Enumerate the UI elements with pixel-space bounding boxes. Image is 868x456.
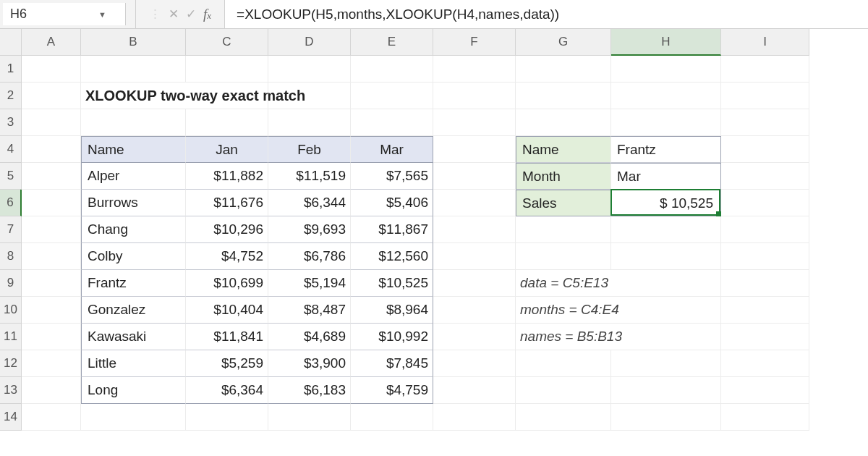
cell-I3[interactable] [721, 109, 809, 136]
cell-C3[interactable] [186, 109, 268, 136]
row-header-12[interactable]: 12 [0, 350, 22, 377]
cell-D3[interactable] [268, 109, 351, 136]
table-row-val[interactable]: $4,689 [268, 324, 351, 350]
cell-I8[interactable] [721, 243, 809, 270]
row-header-3[interactable]: 3 [0, 109, 22, 136]
table-row-name[interactable]: Long [81, 377, 186, 404]
table-row-val[interactable]: $6,183 [268, 377, 351, 404]
cell-F3[interactable] [433, 109, 516, 136]
cell-A7[interactable] [22, 216, 81, 243]
cell-F8[interactable] [433, 243, 516, 270]
table-row-name[interactable]: Chang [81, 216, 186, 243]
table-row-val[interactable]: $12,560 [351, 243, 433, 270]
table-row-val[interactable]: $10,296 [186, 216, 268, 243]
panel-month-value[interactable]: Mar [611, 163, 721, 190]
cell-A11[interactable] [22, 324, 81, 350]
cell-I6[interactable] [721, 190, 809, 216]
row-header-10[interactable]: 10 [0, 297, 22, 324]
row-header-9[interactable]: 9 [0, 270, 22, 297]
cell-I9[interactable] [721, 270, 809, 297]
row-header-1[interactable]: 1 [0, 56, 22, 83]
table-row-val[interactable]: $6,344 [268, 190, 351, 216]
cell-A13[interactable] [22, 377, 81, 404]
cell-D2[interactable] [268, 83, 351, 109]
table-row-val[interactable]: $7,845 [351, 350, 433, 377]
spreadsheet-grid[interactable]: ABCDEFGHI12XLOOKUP two-way exact match34… [0, 29, 868, 431]
chevron-down-icon[interactable]: ▼ [95, 10, 109, 19]
cell-F9[interactable] [433, 270, 516, 297]
col-header-A[interactable]: A [22, 29, 81, 56]
cell-F7[interactable] [433, 216, 516, 243]
table-row-val[interactable]: $4,759 [351, 377, 433, 404]
formula-input[interactable] [225, 0, 868, 28]
cell-H7[interactable] [611, 216, 721, 243]
cell-I11[interactable] [721, 324, 809, 350]
cell-I4[interactable] [721, 136, 809, 163]
enter-icon[interactable]: ✓ [186, 7, 196, 22]
select-all-corner[interactable] [0, 29, 22, 56]
fx-icon[interactable]: fx [203, 7, 211, 22]
row-header-4[interactable]: 4 [0, 136, 22, 163]
cell-F10[interactable] [433, 297, 516, 324]
col-header-B[interactable]: B [81, 29, 186, 56]
table-row-name[interactable]: Colby [81, 243, 186, 270]
cell-F5[interactable] [433, 163, 516, 190]
row-header-5[interactable]: 5 [0, 163, 22, 190]
cell-H9[interactable] [611, 270, 721, 297]
cell-A1[interactable] [22, 56, 81, 83]
col-header-E[interactable]: E [351, 29, 433, 56]
cell-I7[interactable] [721, 216, 809, 243]
col-header-D[interactable]: D [268, 29, 351, 56]
cell-E1[interactable] [351, 56, 433, 83]
cell-F1[interactable] [433, 56, 516, 83]
cell-G7[interactable] [516, 216, 611, 243]
cell-F4[interactable] [433, 136, 516, 163]
cell-A4[interactable] [22, 136, 81, 163]
table-row-val[interactable]: $11,867 [351, 216, 433, 243]
cell-F2[interactable] [433, 83, 516, 109]
cell-G14[interactable] [516, 404, 611, 431]
col-header-H[interactable]: H [611, 29, 721, 56]
name-box[interactable] [9, 6, 95, 22]
table-row-val[interactable]: $5,194 [268, 270, 351, 297]
cell-D14[interactable] [268, 404, 351, 431]
cell-H12[interactable] [611, 350, 721, 377]
table-row-val[interactable]: $11,676 [186, 190, 268, 216]
cell-F14[interactable] [433, 404, 516, 431]
table-row-val[interactable]: $3,900 [268, 350, 351, 377]
row-header-8[interactable]: 8 [0, 243, 22, 270]
table-row-val[interactable]: $11,841 [186, 324, 268, 350]
cell-I13[interactable] [721, 377, 809, 404]
cell-A10[interactable] [22, 297, 81, 324]
cell-H14[interactable] [611, 404, 721, 431]
table-row-val[interactable]: $5,406 [351, 190, 433, 216]
table-row-name[interactable]: Kawasaki [81, 324, 186, 350]
cell-I2[interactable] [721, 83, 809, 109]
cell-B3[interactable] [81, 109, 186, 136]
cell-I1[interactable] [721, 56, 809, 83]
cell-A8[interactable] [22, 243, 81, 270]
cell-B1[interactable] [81, 56, 186, 83]
table-header-name[interactable]: Name [81, 136, 186, 163]
cell-H10[interactable] [611, 297, 721, 324]
cell-H11[interactable] [611, 324, 721, 350]
name-box-container[interactable]: ▼ [3, 3, 126, 25]
cell-G2[interactable] [516, 83, 611, 109]
cell-F6[interactable] [433, 190, 516, 216]
cell-F12[interactable] [433, 350, 516, 377]
table-row-val[interactable]: $9,693 [268, 216, 351, 243]
panel-name-value[interactable]: Frantz [611, 136, 721, 163]
table-row-name[interactable]: Gonzalez [81, 297, 186, 324]
cell-C2[interactable] [186, 83, 268, 109]
row-header-13[interactable]: 13 [0, 377, 22, 404]
table-row-val[interactable]: $8,487 [268, 297, 351, 324]
table-row-val[interactable]: $10,992 [351, 324, 433, 350]
table-row-name[interactable]: Alper [81, 163, 186, 190]
table-row-val[interactable]: $6,786 [268, 243, 351, 270]
cell-H1[interactable] [611, 56, 721, 83]
cell-D1[interactable] [268, 56, 351, 83]
table-row-val[interactable]: $5,259 [186, 350, 268, 377]
cell-A12[interactable] [22, 350, 81, 377]
table-row-name[interactable]: Frantz [81, 270, 186, 297]
table-row-name[interactable]: Little [81, 350, 186, 377]
